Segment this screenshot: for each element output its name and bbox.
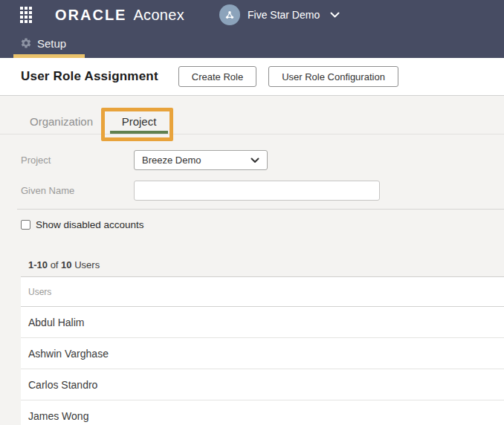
results-count-total: 10 <box>61 259 71 270</box>
filter-form: Project Breeze Demo Given Name <box>0 150 504 201</box>
results-count-of: of <box>48 259 61 270</box>
header-nav-row: Setup <box>0 30 504 56</box>
tabs-row: Organization Project <box>0 96 504 134</box>
show-disabled-label: Show disabled accounts <box>36 219 144 230</box>
gear-icon <box>20 37 32 49</box>
user-row[interactable]: Abdul Halim <box>21 307 504 338</box>
project-select-value: Breeze Demo <box>142 155 201 166</box>
tab-organization[interactable]: Organization <box>30 115 93 128</box>
page-title: User Role Assignment <box>21 69 158 84</box>
aconex-setup-page: ORACLE Aconex Five S <box>0 0 504 425</box>
network-nodes-icon <box>224 9 236 21</box>
given-name-label: Given Name <box>21 185 134 196</box>
results-count: 1-10 of 10 Users <box>0 259 504 270</box>
user-row[interactable]: Carlos Standro <box>21 369 504 400</box>
results-count-unit: Users <box>72 259 100 270</box>
given-name-input[interactable] <box>134 181 380 201</box>
active-tab-underline <box>110 131 168 134</box>
project-filter-row: Project Breeze Demo <box>21 150 504 170</box>
aconex-wordmark: Aconex <box>133 7 184 24</box>
users-table: Users Abdul Halim Ashwin Varghase Carlos… <box>21 276 504 425</box>
user-row[interactable]: Ashwin Varghase <box>21 338 504 369</box>
users-column-header: Users <box>21 277 504 307</box>
given-name-filter-row: Given Name <box>21 181 504 201</box>
select-chevron-down-icon <box>251 158 259 163</box>
nav-item-setup[interactable]: Setup <box>20 37 66 50</box>
create-role-button[interactable]: Create Role <box>178 66 256 87</box>
header-top-row: ORACLE Aconex Five S <box>0 0 504 30</box>
chevron-down-icon <box>330 12 340 19</box>
tab-project[interactable]: Project <box>110 115 168 128</box>
show-disabled-checkbox[interactable] <box>21 220 30 230</box>
org-avatar <box>219 4 240 25</box>
org-switcher[interactable]: Five Star Demo <box>219 4 340 25</box>
user-role-configuration-button[interactable]: User Role Configuration <box>268 66 398 87</box>
project-label: Project <box>21 155 134 166</box>
title-bar: User Role Assignment Create Role User Ro… <box>0 58 504 96</box>
oracle-wordmark: ORACLE <box>55 7 126 24</box>
content-area: Organization Project Project Breeze Demo… <box>0 96 504 425</box>
results-count-range: 1-10 <box>28 259 48 270</box>
setup-label: Setup <box>37 37 66 50</box>
divider <box>17 209 504 210</box>
org-name: Five Star Demo <box>248 9 320 21</box>
show-disabled-row: Show disabled accounts <box>0 219 504 230</box>
app-grid-icon[interactable] <box>20 7 32 23</box>
app-header: ORACLE Aconex Five S <box>0 0 504 58</box>
user-row[interactable]: James Wong <box>21 400 504 425</box>
oracle-aconex-logo: ORACLE Aconex <box>55 7 184 24</box>
project-select[interactable]: Breeze Demo <box>134 150 268 170</box>
